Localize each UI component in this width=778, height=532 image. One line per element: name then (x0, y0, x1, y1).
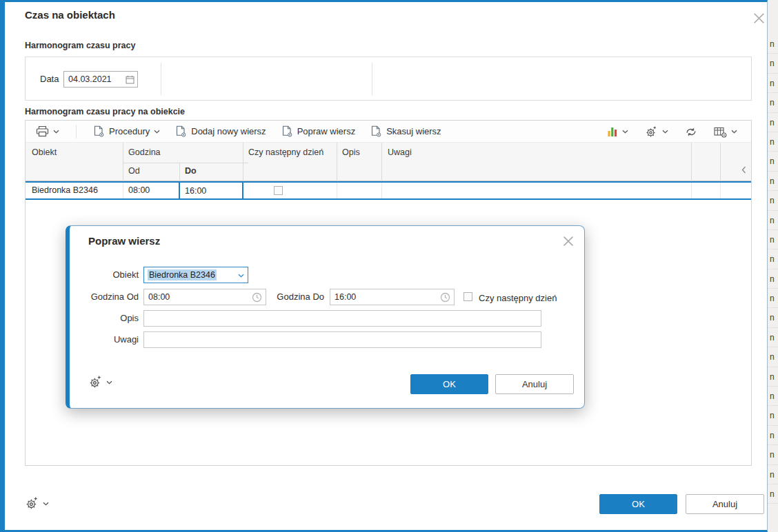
edit-row-label: Popraw wiersz (297, 126, 356, 136)
calendar-icon (126, 75, 134, 84)
ok-button[interactable]: OK (599, 494, 677, 514)
modal-settings-button[interactable] (88, 375, 112, 389)
cell-do-focused[interactable]: 16:00 (179, 181, 243, 200)
refresh-button[interactable] (681, 124, 701, 140)
date-label: Data (40, 74, 59, 84)
panel-divider (372, 63, 372, 95)
godzina-od-input[interactable] (144, 289, 266, 305)
background-window-strip: nnnnnnnnnnnnnnnnnnnnnnnn (768, 0, 778, 532)
document-gear-icon (370, 125, 382, 138)
uwagi-input-wrap (143, 331, 541, 348)
print-button[interactable] (32, 123, 63, 140)
cell-obiekt: Biedronka B2346 (32, 183, 98, 198)
next-day-checkbox[interactable] (274, 186, 283, 195)
date-input[interactable]: 04.03.2021 (63, 71, 138, 88)
table-header: Obiekt Godzina Od Do Czy następny dzień … (26, 143, 751, 181)
dialog-title: Czas na obiektach (25, 9, 115, 21)
refresh-icon (685, 127, 697, 137)
gear-icon (88, 375, 103, 389)
panel-divider (161, 63, 161, 95)
toolbar-separator (76, 125, 77, 139)
document-gear-icon (93, 125, 105, 138)
delete-row-label: Skasuj wiersz (386, 126, 441, 136)
cell-do-value: 16:00 (185, 186, 206, 196)
popraw-wiersz-dialog: Popraw wiersz Obiekt Biedronka B2346 God… (66, 225, 585, 409)
bar-chart-icon (607, 126, 618, 137)
footer-settings-button[interactable] (25, 496, 49, 511)
column-divider (179, 163, 180, 181)
schedule-panel: Data 04.03.2021 (25, 57, 752, 101)
cell-od: 08:00 (128, 183, 150, 198)
godzina-do-input[interactable] (330, 289, 454, 305)
col-header-uwagi[interactable]: Uwagi (388, 147, 412, 157)
cancel-button[interactable]: Anuluj (686, 494, 764, 514)
chevron-down-icon (53, 130, 59, 134)
opis-label: Opis (75, 310, 139, 327)
grid-section-title: Harmonogram czasu pracy na obiekcie (25, 107, 185, 116)
chevron-down-icon (106, 380, 112, 385)
obiekt-label: Obiekt (75, 267, 139, 283)
col-header-opis[interactable]: Opis (342, 147, 360, 157)
procedury-label: Procedury (109, 126, 150, 136)
cell-divider (337, 183, 337, 198)
col-header-obiekt[interactable]: Obiekt (32, 147, 57, 157)
printer-icon (36, 125, 49, 137)
add-row-button[interactable]: Dodaj nowy wiersz (171, 123, 270, 141)
opis-input[interactable] (144, 311, 541, 326)
date-value: 04.03.2021 (68, 74, 112, 84)
document-gear-icon (175, 125, 187, 138)
document-gear-icon (281, 125, 293, 138)
cell-divider (691, 183, 692, 198)
column-divider (337, 143, 337, 181)
chevron-down-icon (662, 130, 668, 134)
cell-divider (381, 183, 382, 198)
procedury-button[interactable]: Procedury (89, 123, 164, 141)
obiekt-combo[interactable]: Biedronka B2346 (143, 267, 248, 283)
column-divider (123, 143, 123, 181)
opis-input-wrap (143, 310, 541, 327)
modal-ok-button[interactable]: OK (410, 374, 488, 394)
edit-row-button[interactable]: Popraw wiersz (277, 123, 360, 141)
gear-icon (645, 125, 658, 139)
chart-button[interactable] (603, 123, 632, 140)
header-divider (123, 163, 248, 163)
col-header-next-day[interactable]: Czy następny dzień (248, 147, 323, 157)
next-day-label: Czy następny dzień (479, 293, 557, 303)
close-icon[interactable] (750, 10, 767, 26)
next-day-checkbox[interactable] (463, 292, 472, 301)
chevron-down-icon (622, 130, 628, 134)
column-divider (691, 143, 692, 181)
chevron-down-icon (238, 274, 244, 278)
schedule-section-title: Harmonogram czasu pracy (25, 41, 135, 50)
collapse-panel-icon[interactable] (740, 165, 748, 175)
table-row[interactable]: Biedronka B2346 08:00 16:00 (26, 181, 751, 200)
chevron-down-icon (154, 130, 160, 134)
delete-row-button[interactable]: Skasuj wiersz (366, 123, 445, 141)
layout-button[interactable] (710, 123, 741, 141)
modal-title: Popraw wiersz (88, 235, 160, 247)
modal-cancel-button[interactable]: Anuluj (495, 374, 574, 394)
column-divider (720, 143, 721, 181)
chevron-down-icon (43, 502, 49, 506)
column-divider (243, 143, 243, 181)
grid-gear-icon (714, 126, 727, 138)
column-divider (381, 143, 382, 181)
cell-divider (720, 183, 721, 198)
col-header-od[interactable]: Od (128, 166, 140, 176)
gear-icon (25, 496, 39, 511)
cell-divider (123, 183, 123, 198)
col-header-do[interactable]: Do (185, 166, 197, 176)
add-row-label: Dodaj nowy wiersz (191, 126, 266, 136)
godzina-do-label: Godzina Do (261, 289, 324, 305)
uwagi-input[interactable] (144, 332, 541, 347)
uwagi-label: Uwagi (75, 331, 139, 348)
settings-button[interactable] (641, 123, 672, 141)
godzina-do-input-wrap (330, 289, 455, 305)
modal-close-icon[interactable] (561, 234, 576, 249)
godzina-od-label: Godzina Od (75, 289, 139, 305)
grid-toolbar: Procedury Dodaj nowy wiersz (26, 121, 751, 143)
godzina-od-input-wrap (143, 289, 266, 305)
obiekt-combo-value: Biedronka B2346 (148, 269, 217, 280)
chevron-down-icon (731, 130, 737, 134)
col-header-godzina[interactable]: Godzina (128, 147, 161, 157)
